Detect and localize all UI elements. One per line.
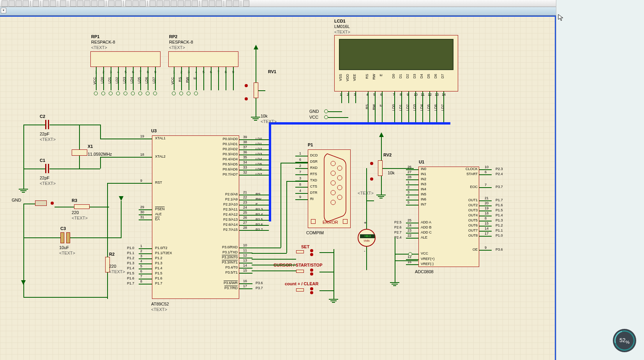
- toolbar-button[interactable]: [202, 0, 208, 7]
- terminal[interactable]: [172, 91, 176, 95]
- voltmeter[interactable]: +88.8 Volts: [358, 229, 376, 247]
- terminal[interactable]: [101, 91, 105, 95]
- toolbar-button[interactable]: [43, 0, 49, 7]
- pin-name: CTS: [310, 184, 317, 188]
- pin-num: 6: [140, 269, 142, 273]
- toolbar-button[interactable]: [70, 0, 76, 7]
- rp1-body[interactable]: [90, 51, 161, 67]
- schematic-canvas[interactable]: RP1 RESPACK-8 <TEXT> 1VCC2LD03LD14LD25LD…: [0, 16, 644, 360]
- toolbar-button[interactable]: [209, 0, 215, 7]
- net-label: P1.6: [127, 276, 134, 280]
- toolbar-button[interactable]: [16, 0, 22, 7]
- pin-name: P1.0/T2: [155, 246, 168, 250]
- pin-num: 25: [243, 211, 247, 214]
- terminal[interactable]: [187, 91, 191, 95]
- toolbar-button[interactable]: [233, 0, 239, 7]
- x1-val: 11.0592MHz: [88, 152, 112, 156]
- rv2-body[interactable]: [378, 160, 383, 176]
- pin-name: IN6: [421, 197, 426, 201]
- terminal[interactable]: [124, 91, 127, 95]
- toolbar-button[interactable]: [60, 0, 66, 7]
- terminal[interactable]: [116, 91, 120, 95]
- pin-num: 20: [485, 201, 489, 205]
- toolbar-button[interactable]: [50, 0, 56, 7]
- rv1-body[interactable]: [254, 83, 258, 98]
- terminal[interactable]: [138, 91, 142, 95]
- pin-name: E: [379, 74, 383, 76]
- toolbar-button[interactable]: [98, 0, 104, 7]
- terminal[interactable]: [109, 91, 113, 95]
- probe-dot[interactable]: [51, 202, 54, 205]
- pin-name: ALE: [421, 235, 427, 239]
- cursor-button[interactable]: [296, 269, 319, 275]
- toolbar-button[interactable]: [108, 0, 115, 7]
- wire: [189, 67, 189, 90]
- toolbar-button[interactable]: [115, 0, 122, 7]
- pin-name: P1.3: [155, 261, 162, 265]
- bus: [269, 122, 271, 221]
- pin-name: IN2: [421, 177, 426, 181]
- net-label: LD2: [256, 147, 262, 151]
- rv2-val: 10k: [388, 170, 395, 175]
- toolbar-button[interactable]: [9, 0, 15, 7]
- toolbar-button[interactable]: [185, 0, 191, 7]
- x1-body[interactable]: [72, 149, 87, 156]
- toolbar-button[interactable]: [216, 0, 222, 7]
- c2-txt: <TEXT>: [40, 137, 56, 142]
- wire: [252, 195, 269, 195]
- toolbar-button[interactable]: [139, 0, 146, 7]
- wire: [111, 67, 111, 90]
- terminal[interactable]: [194, 91, 198, 95]
- r3-body[interactable]: [74, 204, 90, 209]
- close-icon[interactable]: ×: [1, 8, 6, 13]
- toolbar-button[interactable]: [164, 0, 170, 7]
- toolbar-button[interactable]: [157, 0, 163, 7]
- terminal[interactable]: [153, 91, 157, 95]
- toolbar-button[interactable]: [226, 0, 232, 7]
- pin-name: START: [458, 172, 478, 176]
- toolbar-button[interactable]: [125, 0, 132, 7]
- wire: [118, 67, 119, 90]
- pin-num: 26: [243, 216, 247, 220]
- net-label: P2.4: [394, 235, 402, 239]
- toolbar-button[interactable]: [243, 0, 249, 7]
- toolbar-button[interactable]: [33, 0, 39, 7]
- toolbar-button[interactable]: [23, 0, 29, 7]
- r3-txt: <TEXT>: [72, 216, 88, 220]
- pin-num: 6: [485, 170, 487, 174]
- toolbar-button[interactable]: [2, 0, 8, 7]
- toolbar-button[interactable]: [178, 0, 184, 7]
- toolbar-button[interactable]: [150, 0, 156, 7]
- rp2-body[interactable]: [168, 51, 238, 67]
- terminal[interactable]: [94, 91, 98, 95]
- pin-name: VREF(-): [421, 262, 434, 266]
- count-button[interactable]: [296, 287, 319, 293]
- c3-body[interactable]: [60, 232, 64, 243]
- vcc-terminal[interactable]: [408, 252, 412, 256]
- vcc-terminal[interactable]: [324, 115, 328, 119]
- pin-name: P3.1/TXD: [214, 250, 238, 254]
- pin-num: 7: [393, 93, 395, 97]
- pin-name: XTAL1: [155, 136, 166, 140]
- tab-bar: ×: [0, 7, 644, 16]
- toolbar-button[interactable]: [91, 0, 97, 7]
- switch[interactable]: [35, 200, 47, 206]
- terminal[interactable]: [146, 91, 150, 95]
- c3-val: 10uF: [59, 245, 69, 250]
- toolbar-button[interactable]: [84, 0, 90, 7]
- terminal[interactable]: [131, 91, 135, 95]
- terminal[interactable]: [179, 91, 183, 95]
- pin-name: P0.2/AD2: [214, 147, 238, 151]
- pin-num: 31: [140, 215, 144, 219]
- set-button[interactable]: [296, 249, 319, 255]
- toolbar-button[interactable]: [132, 0, 139, 7]
- toolbar-button[interactable]: [171, 0, 177, 7]
- toolbar-button[interactable]: [77, 0, 83, 7]
- pin-num: 11: [421, 93, 425, 97]
- pin-name: P0.6/AD6: [214, 167, 238, 171]
- rv2-txt: <TEXT>: [358, 191, 374, 195]
- toolbar-button[interactable]: [192, 0, 198, 7]
- gnd-terminal[interactable]: [324, 109, 328, 113]
- voltmeter-label: Volts: [358, 239, 375, 242]
- net-label: LD1: [256, 142, 262, 146]
